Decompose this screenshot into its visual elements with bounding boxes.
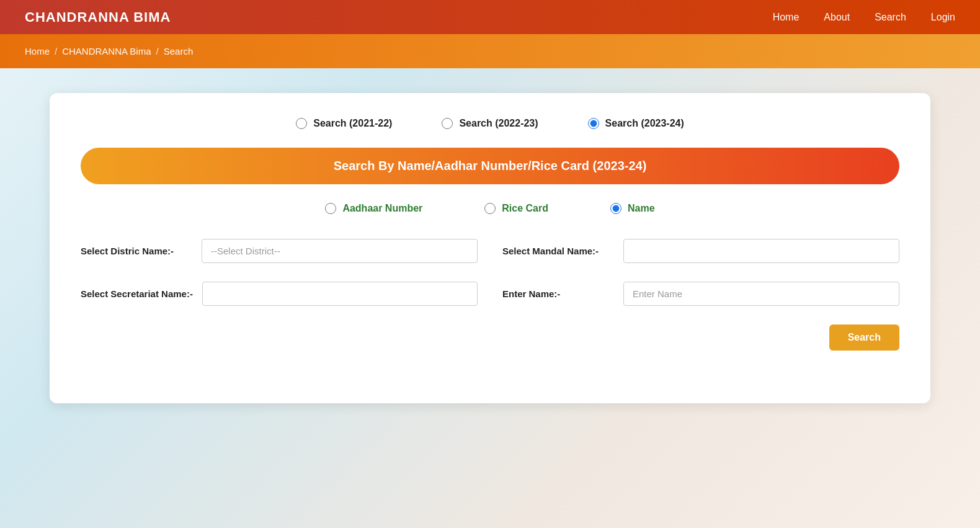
district-input[interactable]	[202, 239, 478, 263]
breadcrumb-current: Search	[164, 46, 194, 56]
breadcrumb-separator-2: /	[156, 46, 159, 56]
year-option-2021[interactable]: Search (2021-22)	[296, 118, 392, 129]
search-type-radio-ricecard[interactable]	[484, 203, 496, 214]
nav-about[interactable]: About	[824, 12, 850, 23]
site-logo: CHANDRANNA BIMA	[25, 9, 171, 25]
search-type-name[interactable]: Name	[610, 203, 655, 214]
search-banner-text: Search By Name/Aadhar Number/Rice Card (…	[334, 159, 647, 172]
district-group: Select Distric Name:-	[81, 239, 478, 263]
nav-login[interactable]: Login	[931, 12, 955, 23]
header: CHANDRANNA BIMA Home About Search Login	[0, 0, 980, 34]
button-row: Search	[81, 324, 899, 351]
search-type-ricecard[interactable]: Rice Card	[484, 203, 548, 214]
main-nav: Home About Search Login	[773, 12, 955, 23]
secretariat-group: Select Secretariat Name:-	[81, 282, 478, 306]
district-label: Select Distric Name:-	[81, 246, 192, 256]
form-row-2: Select Secretariat Name:- Enter Name:-	[81, 282, 899, 306]
search-card: Search (2021-22) Search (2022-23) Search…	[50, 93, 930, 403]
main-content: Search (2021-22) Search (2022-23) Search…	[0, 68, 980, 528]
year-option-2022[interactable]: Search (2022-23)	[442, 118, 538, 129]
name-group: Enter Name:-	[502, 282, 899, 306]
mandal-group: Select Mandal Name:-	[502, 239, 899, 263]
name-label: Enter Name:-	[502, 289, 614, 299]
name-input[interactable]	[623, 282, 899, 306]
nav-home[interactable]: Home	[773, 12, 800, 23]
year-label-2022[interactable]: Search (2022-23)	[459, 118, 538, 129]
breadcrumb-section[interactable]: CHANDRANNA Bima	[62, 46, 151, 56]
search-type-label-name[interactable]: Name	[628, 203, 655, 214]
nav-search[interactable]: Search	[875, 12, 906, 23]
search-type-label-ricecard[interactable]: Rice Card	[502, 203, 548, 214]
search-type-radio-aadhaar[interactable]	[325, 203, 336, 214]
secretariat-input[interactable]	[202, 282, 478, 306]
year-label-2021[interactable]: Search (2021-22)	[313, 118, 392, 129]
form-row-1: Select Distric Name:- Select Mandal Name…	[81, 239, 899, 263]
mandal-input[interactable]	[623, 239, 899, 263]
search-type-row: Aadhaar Number Rice Card Name	[81, 203, 899, 214]
year-radio-2022[interactable]	[442, 118, 453, 129]
search-type-label-aadhaar[interactable]: Aadhaar Number	[342, 203, 422, 214]
breadcrumb: Home / CHANDRANNA Bima / Search	[25, 46, 193, 56]
search-banner: Search By Name/Aadhar Number/Rice Card (…	[81, 148, 899, 184]
breadcrumb-home[interactable]: Home	[25, 46, 50, 56]
search-type-radio-name[interactable]	[610, 203, 621, 214]
secretariat-label: Select Secretariat Name:-	[81, 289, 193, 299]
search-type-aadhaar[interactable]: Aadhaar Number	[325, 203, 422, 214]
year-option-2023[interactable]: Search (2023-24)	[588, 118, 684, 129]
year-radio-2023[interactable]	[588, 118, 599, 129]
mandal-label: Select Mandal Name:-	[502, 246, 614, 256]
year-selector: Search (2021-22) Search (2022-23) Search…	[81, 118, 899, 129]
breadcrumb-separator-1: /	[55, 46, 57, 56]
breadcrumb-bar: Home / CHANDRANNA Bima / Search	[0, 34, 980, 68]
search-button[interactable]: Search	[829, 324, 899, 351]
year-label-2023[interactable]: Search (2023-24)	[605, 118, 684, 129]
year-radio-2021[interactable]	[296, 118, 307, 129]
